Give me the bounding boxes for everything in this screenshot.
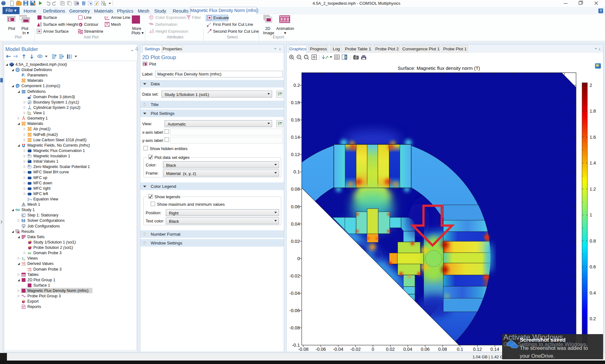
- svg-text:i: i: [24, 75, 25, 77]
- svg-text:0.14: 0.14: [490, 347, 499, 352]
- svg-text:P: P: [22, 73, 24, 77]
- svg-text:0.14: 0.14: [291, 135, 300, 140]
- svg-text:-0.06: -0.06: [289, 308, 300, 313]
- svg-text:-0.08: -0.08: [289, 325, 300, 330]
- svg-text:0.8: 0.8: [590, 238, 596, 244]
- svg-text:0: 0: [297, 256, 300, 261]
- svg-text:0.1: 0.1: [457, 347, 463, 352]
- svg-text:AV: AV: [28, 252, 31, 255]
- svg-text:-0.04: -0.04: [289, 291, 300, 296]
- svg-text:-0.06: -0.06: [316, 347, 326, 352]
- svg-text:8.85: 8.85: [28, 268, 31, 270]
- svg-text:0.2: 0.2: [590, 316, 596, 321]
- svg-text:-0.1: -0.1: [292, 343, 300, 348]
- svg-text:-0.02: -0.02: [350, 347, 361, 352]
- svg-text:xy: xy: [29, 111, 31, 114]
- svg-text:0.02: 0.02: [291, 239, 300, 244]
- svg-text:∂u: ∂u: [27, 197, 30, 199]
- svg-text:1.4: 1.4: [590, 160, 596, 165]
- svg-text:0.6: 0.6: [590, 264, 596, 269]
- svg-text:-0.02: -0.02: [289, 273, 300, 278]
- svg-text:2: 2: [590, 83, 592, 88]
- svg-text:0.2: 0.2: [294, 83, 300, 88]
- svg-text:Surface: Magnetic flux density: Surface: Magnetic flux density norm (T): [398, 65, 480, 71]
- svg-text:0.06: 0.06: [421, 347, 429, 352]
- svg-text:0.02: 0.02: [386, 347, 395, 352]
- svg-text:0.06: 0.06: [291, 204, 300, 209]
- svg-text:0.08: 0.08: [291, 187, 300, 192]
- svg-text:0.04: 0.04: [291, 221, 300, 227]
- svg-text:1.6: 1.6: [590, 135, 596, 140]
- svg-text:=f: =f: [30, 199, 32, 201]
- svg-text:Ω: Ω: [17, 84, 19, 87]
- svg-text:0.18: 0.18: [291, 100, 300, 105]
- svg-text:0.16: 0.16: [291, 117, 300, 122]
- svg-text:0.12: 0.12: [291, 152, 300, 157]
- svg-text:0.1: 0.1: [294, 169, 300, 174]
- svg-text:e-12: e-12: [28, 270, 32, 272]
- svg-text:0.12: 0.12: [473, 347, 482, 352]
- svg-text:0.4: 0.4: [590, 290, 596, 295]
- svg-text:0.08: 0.08: [438, 347, 447, 352]
- svg-text:-0.04: -0.04: [333, 347, 343, 352]
- svg-text:e-12: e-12: [22, 264, 26, 266]
- svg-text:8.85: 8.85: [22, 262, 25, 264]
- svg-text:0.04: 0.04: [403, 347, 412, 352]
- svg-text:1: 1: [590, 212, 592, 217]
- svg-text:1.2: 1.2: [590, 187, 596, 192]
- svg-text:1.8: 1.8: [590, 109, 596, 114]
- svg-text:∂t: ∂t: [27, 199, 29, 201]
- svg-text:0: 0: [372, 347, 374, 352]
